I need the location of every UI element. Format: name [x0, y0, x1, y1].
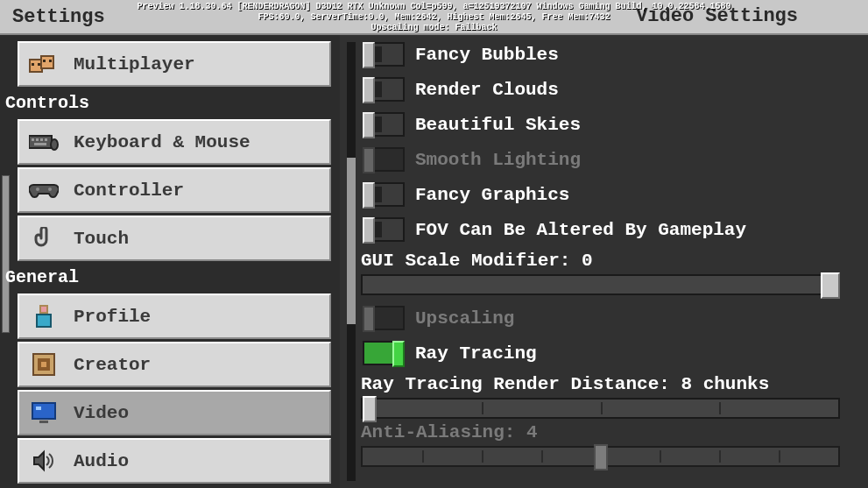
- slider-rt-distance[interactable]: [361, 398, 840, 419]
- sidebar-item-keyboard[interactable]: Keyboard & Mouse: [18, 119, 331, 165]
- controller-icon: [28, 176, 60, 204]
- svg-rect-21: [39, 421, 48, 423]
- svg-rect-6: [29, 136, 52, 148]
- audio-icon: [28, 447, 60, 475]
- svg-rect-2: [38, 63, 40, 66]
- video-settings-panel: Fancy Bubbles Render Clouds Beautiful Sk…: [340, 35, 868, 488]
- keyboard-icon: [28, 128, 60, 156]
- svg-rect-16: [37, 315, 51, 327]
- label-fancy-bubbles: Fancy Bubbles: [415, 45, 559, 65]
- sidebar-item-profile[interactable]: Profile: [18, 294, 331, 339]
- label-ray-tracing: Ray Tracing: [415, 343, 537, 364]
- sidebar-item-multiplayer[interactable]: Multiplayer: [18, 41, 331, 87]
- label-rt-distance: Ray Tracing Render Distance: 8 chunks: [361, 374, 850, 394]
- sidebar-item-label: Profile: [74, 307, 151, 327]
- svg-rect-7: [32, 138, 34, 141]
- toggle-smooth-lighting: [363, 147, 405, 172]
- creator-icon: [28, 350, 60, 378]
- label-smooth-lighting: Smooth Lighting: [415, 150, 581, 170]
- svg-rect-9: [40, 138, 43, 141]
- toggle-fancy-graphics[interactable]: [363, 182, 405, 207]
- label-render-clouds: Render Clouds: [415, 80, 559, 100]
- header-bar: Settings Video Settings: [0, 0, 868, 35]
- slider-gui-scale[interactable]: [361, 274, 840, 295]
- svg-rect-19: [41, 362, 46, 367]
- svg-point-13: [36, 187, 39, 191]
- sidebar-item-touch[interactable]: Touch: [18, 216, 331, 261]
- svg-point-12: [51, 139, 58, 150]
- sidebar-item-label: Keyboard & Mouse: [74, 132, 251, 152]
- section-general: General: [0, 264, 340, 291]
- sidebar-item-label: Controller: [74, 180, 184, 201]
- sidebar-item-label: Creator: [74, 355, 151, 375]
- multiplayer-icon: [28, 50, 60, 78]
- toggle-upscaling: [363, 306, 405, 330]
- svg-rect-11: [34, 143, 46, 145]
- sidebar-item-audio[interactable]: Audio: [18, 438, 331, 484]
- toggle-fov-gameplay[interactable]: [363, 217, 405, 242]
- sidebar-item-label: Touch: [74, 229, 129, 249]
- label-beautiful-skies: Beautiful Skies: [415, 115, 581, 135]
- video-icon: [28, 399, 60, 427]
- slider-anti-aliasing: [361, 446, 840, 467]
- sidebar-item-video[interactable]: Video: [18, 390, 331, 435]
- sidebar: Multiplayer Controls Keyboard & Mouse Co…: [0, 35, 340, 488]
- svg-rect-15: [40, 306, 47, 313]
- sidebar-item-controller[interactable]: Controller: [18, 167, 331, 213]
- svg-rect-5: [49, 60, 52, 62]
- svg-point-14: [48, 187, 52, 191]
- toggle-fancy-bubbles[interactable]: [363, 42, 405, 67]
- svg-rect-20: [32, 403, 55, 419]
- sidebar-item-label: Audio: [74, 451, 129, 471]
- sidebar-item-label: Video: [74, 403, 129, 423]
- svg-rect-4: [43, 60, 46, 62]
- touch-icon: [28, 224, 60, 252]
- toggle-render-clouds[interactable]: [363, 77, 405, 102]
- toggle-beautiful-skies[interactable]: [363, 112, 405, 137]
- svg-rect-1: [32, 63, 34, 66]
- label-anti-aliasing: Anti-Aliasing: 4: [361, 422, 850, 442]
- video-settings-title: Video Settings: [636, 5, 798, 27]
- sidebar-item-label: Multiplayer: [74, 54, 195, 74]
- label-fancy-graphics: Fancy Graphics: [415, 185, 569, 205]
- profile-icon: [28, 302, 60, 330]
- svg-rect-22: [36, 407, 41, 410]
- panel-scrollbar-thumb[interactable]: [347, 158, 356, 324]
- svg-rect-8: [36, 138, 39, 141]
- sidebar-item-creator[interactable]: Creator: [18, 342, 331, 387]
- section-controls: Controls: [0, 89, 340, 117]
- label-upscaling: Upscaling: [415, 308, 514, 329]
- settings-title: Settings: [12, 6, 105, 28]
- label-fov-gameplay: FOV Can Be Altered By Gameplay: [415, 220, 746, 240]
- label-gui-scale: GUI Scale Modifier: 0: [361, 251, 850, 271]
- toggle-ray-tracing[interactable]: [363, 341, 405, 365]
- svg-rect-10: [45, 138, 47, 141]
